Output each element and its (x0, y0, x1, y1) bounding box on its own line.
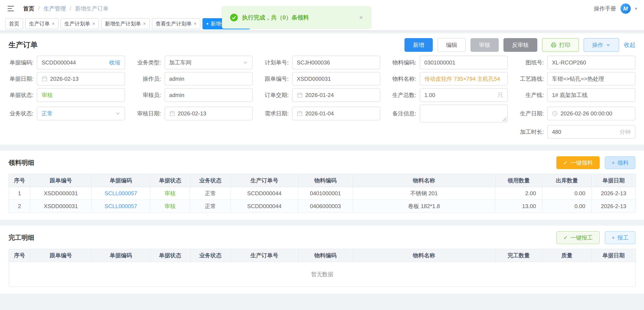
field-label: 业务状态: (8, 110, 37, 117)
route-input[interactable]: 车钳=>钻孔=>热处理 (547, 72, 636, 86)
column-header: 单据状态 (150, 249, 190, 262)
duration-input[interactable]: 480 分钟 (547, 125, 636, 139)
calendar-icon (297, 92, 303, 98)
tab-home[interactable]: 首页 (5, 18, 23, 29)
success-check-icon (230, 14, 238, 21)
edit-button[interactable]: 编辑 (438, 38, 466, 52)
column-header: 物料编码 (298, 249, 353, 262)
field-plan-no: 计划单号: SCJH000036 (264, 56, 380, 69)
toast-close-icon[interactable]: × (359, 14, 363, 21)
doc-status-value: 审核 (42, 91, 120, 99)
field-route: 工艺路线: 车钳=>钻孔=>热处理 (519, 72, 636, 86)
field-auditor: 审核员: admin (136, 88, 253, 102)
menu-collapse-icon[interactable] (7, 5, 14, 12)
add-picking-button[interactable]: + 领料 (605, 156, 636, 169)
total-qty-value: 1.00 (424, 92, 495, 98)
tab-view-production-plan[interactable]: 查看生产计划单 × (152, 18, 200, 29)
success-toast: 执行完成，共（0）条领料 × (222, 6, 371, 29)
column-header: 业务状态 (190, 249, 231, 262)
field-demand-date: 需求日期: 2026-01-04 (264, 104, 380, 122)
card-header: 生产订单 新增 编辑 审核 反审核 打印 操作 收起 (0, 37, 644, 53)
check-icon: ✓ (563, 160, 568, 165)
tab-production-order[interactable]: 生产订单 × (25, 18, 58, 29)
completion-header: 完工明细 ✓ 一键报工 + 报工 (8, 231, 636, 245)
field-label: 审核日期: (136, 110, 164, 117)
biz-status-select[interactable]: 正常 (37, 107, 125, 120)
table-row[interactable]: 1 XSDD000031 SCLL000057 审核 正常 SCDD000044… (9, 187, 636, 200)
action-label: 操作 (592, 41, 603, 49)
field-doc-code: 单据编码: SCDD000044 收缩 (8, 56, 125, 69)
add-button[interactable]: 新增 (404, 38, 433, 52)
doc-date-picker[interactable]: 2026-02-13 (37, 72, 125, 86)
column-header: 单据编码 (92, 174, 150, 187)
operator-input[interactable]: admin (164, 72, 253, 86)
close-icon[interactable]: × (52, 21, 55, 26)
column-header: 物料名称 (353, 249, 495, 262)
total-qty-input[interactable]: 1.00 只 (420, 88, 508, 102)
add-report-button[interactable]: + 报工 (605, 231, 636, 244)
drawing-no-value: XL-RCOP260 (552, 59, 631, 66)
material-name-value: 传动皮轮件 735×794 主机孔54 (424, 75, 503, 83)
delivery-date-picker[interactable]: 2026-01-24 (292, 88, 380, 102)
delivery-date-value: 2026-01-24 (305, 92, 376, 98)
field-remark: 备注信息: (392, 104, 508, 122)
column-header: 单据状态 (150, 174, 190, 187)
doc-status-input[interactable]: 审核 (37, 88, 125, 102)
cell-biz-status: 正常 (190, 200, 231, 213)
manual-link[interactable]: 操作手册 (594, 5, 616, 12)
field-label: 业务类型: (136, 59, 164, 66)
cell-material-code: 0401000001 (298, 187, 353, 200)
collapse-toggle-link[interactable]: 收起 (624, 41, 636, 49)
print-button[interactable]: 打印 (542, 38, 579, 52)
close-icon[interactable]: × (194, 21, 197, 26)
auditor-input[interactable]: admin (164, 88, 253, 102)
tab-add-production-plan[interactable]: 新增生产计划单 × (101, 18, 150, 29)
unaudit-button[interactable]: 反审核 (504, 38, 537, 52)
field-label: 备注信息: (392, 110, 420, 117)
production-line-value: 1# 底架加工线 (552, 91, 631, 99)
add-report-label: 报工 (618, 234, 628, 242)
breadcrumb-section[interactable]: 生产管理 (44, 5, 66, 12)
material-code-input[interactable]: 0301000001 (420, 56, 508, 69)
avatar[interactable]: M (620, 3, 631, 14)
resize-grip-icon[interactable] (502, 117, 506, 121)
one-click-report-label: 一键报工 (570, 234, 593, 242)
track-no-input[interactable]: XSDD000031 (292, 72, 380, 86)
material-name-input[interactable]: 传动皮轮件 735×794 主机孔54 (420, 72, 508, 86)
tab-label: 新增生产计划单 (105, 20, 141, 27)
audit-button[interactable]: 审核 (470, 38, 499, 52)
field-drawing-no: 图纸号: XL-RCOP260 (519, 56, 636, 69)
shrink-link[interactable]: 收缩 (109, 59, 120, 66)
cell-doc-date: 2026-2-13 (592, 200, 636, 213)
column-header: 领用数量 (495, 174, 542, 187)
production-line-input[interactable]: 1# 底架加工线 (547, 88, 636, 102)
completion-section: 完工明细 ✓ 一键报工 + 报工 序号 跟单编号 单据编码 (0, 226, 644, 294)
close-icon[interactable]: × (143, 21, 146, 26)
add-picking-label: 领料 (618, 159, 628, 167)
plan-no-input[interactable]: SCJH000036 (292, 56, 380, 69)
table-row[interactable]: 2 XSDD000031 SCLL000057 审核 正常 SCDD000044… (9, 200, 636, 213)
doc-code-input[interactable]: SCDD000044 收缩 (37, 56, 125, 69)
drawing-no-input[interactable]: XL-RCOP260 (547, 56, 636, 69)
action-dropdown-button[interactable]: 操作 (584, 38, 619, 52)
caret-down-icon[interactable]: ▾ (635, 6, 637, 11)
picking-table: 序号 跟单编号 单据编码 单据状态 业务状态 生产订单号 物料编码 物料名称 领… (8, 174, 636, 213)
doc-code-link[interactable]: SCLL000057 (92, 187, 150, 200)
one-click-report-button[interactable]: ✓ 一键报工 (556, 231, 600, 244)
biz-type-select[interactable]: 加工车间 (164, 56, 253, 69)
column-header: 单据编码 (92, 249, 150, 262)
audit-date-picker[interactable]: 2026-02-13 (164, 107, 253, 120)
breadcrumb-home[interactable]: 首页 (23, 5, 34, 12)
prod-date-picker[interactable]: 2026-02-26 00:00:00 (547, 107, 636, 120)
biz-type-value: 加工车间 (169, 59, 240, 66)
close-icon[interactable]: × (92, 21, 95, 26)
column-header: 序号 (9, 174, 30, 187)
demand-date-picker[interactable]: 2026-01-04 (292, 107, 380, 120)
field-label: 单据状态: (8, 91, 37, 99)
tab-production-plan[interactable]: 生产计划单 × (61, 18, 99, 29)
remark-textarea[interactable] (420, 104, 508, 122)
doc-code-link[interactable]: SCLL000057 (92, 200, 150, 213)
audit-date-value: 2026-02-13 (178, 110, 248, 117)
cell-biz-status: 正常 (190, 187, 231, 200)
one-click-picking-button[interactable]: ✓ 一键领料 (556, 156, 600, 169)
